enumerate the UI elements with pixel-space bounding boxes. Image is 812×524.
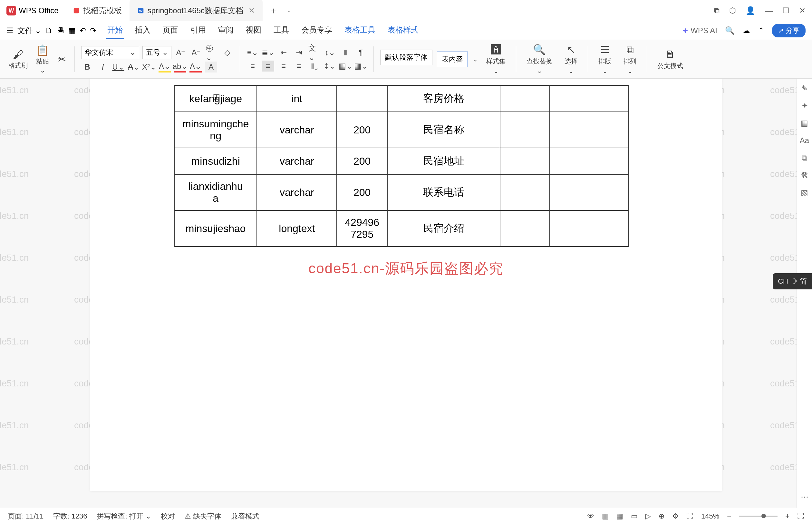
table-row[interactable]: minsudizhivarchar200民宿地址 (174, 148, 628, 174)
table-cell[interactable]: minsujieshao (174, 210, 257, 247)
db-table[interactable]: kefangjiageint客房价格minsumingche ngvarchar… (174, 85, 629, 247)
default-para-style[interactable]: 默认段落字体 (380, 50, 432, 65)
missing-fonts[interactable]: ⚠ 缺失字体 (185, 511, 221, 521)
tab-review[interactable]: 审阅 (217, 21, 235, 39)
page-indicator[interactable]: 页面: 11/11 (8, 511, 44, 521)
table-cell[interactable]: 联系电话 (387, 174, 500, 210)
table-cell[interactable]: longtext (257, 210, 337, 247)
arrange2-button[interactable]: ⧉ 排列⌄ (620, 42, 640, 77)
table-cell[interactable]: 民宿名称 (387, 112, 500, 148)
arrange-button[interactable]: ☰ 排版⌄ (595, 42, 615, 77)
table-cell[interactable]: kefangjiage (174, 85, 257, 112)
tab-document[interactable]: W springboot1465c数据库文档 ✕ (130, 0, 263, 21)
align-center-icon[interactable]: ≡ (262, 61, 274, 71)
table-cell[interactable] (500, 112, 550, 148)
decrease-indent-icon[interactable]: ⇤ (278, 47, 290, 58)
word-count[interactable]: 字数: 1236 (53, 511, 87, 521)
distribute-icon[interactable]: ⫴⌄ (308, 61, 320, 71)
eye-icon[interactable]: 👁 (587, 512, 594, 521)
table-cell[interactable]: lianxidianhu a (174, 174, 257, 210)
decrease-font-icon[interactable]: A⁻ (190, 47, 202, 58)
table-cell[interactable] (550, 210, 628, 247)
save-icon[interactable]: 🗋 (45, 26, 53, 35)
underline-button[interactable]: U⌄ (112, 62, 125, 72)
table-cell[interactable]: varchar (257, 112, 337, 148)
redo-icon[interactable]: ↷ (90, 26, 96, 35)
text-color-button[interactable]: A⌄ (189, 62, 202, 72)
proofread-status[interactable]: 校对 (161, 511, 175, 521)
grid-icon[interactable]: ▦ (801, 119, 808, 128)
bullet-list-icon[interactable]: ≡⌄ (247, 47, 259, 58)
cube-icon[interactable]: ⬡ (729, 6, 736, 15)
pencil-icon[interactable]: ✎ (801, 84, 808, 93)
highlight-button[interactable]: ab⌄ (174, 62, 186, 72)
search-icon[interactable]: 🔍 (725, 26, 735, 35)
ime-badge[interactable]: CH ☽ 简 (773, 273, 812, 290)
new-tab-button[interactable]: ＋ (263, 4, 284, 17)
share-button[interactable]: ↗ 分享 (772, 24, 806, 37)
table-cell[interactable]: 200 (337, 148, 387, 174)
tab-table-tools[interactable]: 表格工具 (343, 21, 377, 39)
aa-icon[interactable]: Aa (800, 136, 809, 145)
tab-reference[interactable]: 引用 (189, 21, 207, 39)
tab-page[interactable]: 页面 (162, 21, 180, 39)
close-window-icon[interactable]: ✕ (799, 6, 806, 15)
collapse-ribbon-icon[interactable]: ⌃ (758, 26, 764, 35)
table-cell[interactable] (550, 112, 628, 148)
window-copy-icon[interactable]: ⧉ (714, 6, 719, 15)
table-cell[interactable]: 200 (337, 112, 387, 148)
more-icon[interactable]: ⋯ (801, 492, 809, 502)
tab-member[interactable]: 会员专享 (300, 21, 333, 39)
close-icon[interactable]: ✕ (248, 6, 255, 15)
tab-view[interactable]: 视图 (245, 21, 263, 39)
table-cell[interactable]: minsudizhi (174, 148, 257, 174)
tool-icon[interactable]: 🛠 (801, 171, 809, 180)
view-web-icon[interactable]: ▦ (616, 512, 623, 521)
table-cell[interactable]: minsumingche ng (174, 112, 257, 148)
image-icon[interactable]: ▧ (801, 188, 808, 197)
increase-indent-icon[interactable]: ⇥ (293, 47, 305, 58)
view-page-icon[interactable]: ▥ (602, 512, 609, 521)
table-row[interactable]: kefangjiageint客房价格 (174, 85, 628, 112)
cloud-icon[interactable]: ☁ (742, 26, 750, 35)
table-cell[interactable] (500, 210, 550, 247)
gov-mode-button[interactable]: 🗎 公文模式 (653, 46, 687, 72)
show-marks-icon[interactable]: ¶ (355, 47, 367, 58)
table-cell[interactable] (337, 85, 387, 112)
zoom-in-icon[interactable]: + (785, 512, 790, 521)
strikethrough-button[interactable]: A̶⌄ (128, 62, 140, 72)
table-cell[interactable] (550, 85, 628, 112)
table-cell[interactable]: int (257, 85, 337, 112)
line-height-icon[interactable]: ⫴ (339, 47, 351, 58)
preview-icon[interactable]: ▦ (68, 26, 76, 35)
minimize-icon[interactable]: — (765, 6, 773, 15)
tab-start[interactable]: 开始 (106, 21, 124, 39)
spellcheck-status[interactable]: 拼写检查: 打开 ⌄ (97, 511, 151, 521)
table-content-style[interactable]: 表内容 (437, 52, 468, 67)
chevron-down-icon[interactable]: ⌄ (287, 7, 291, 14)
star-icon[interactable]: ✦ (801, 101, 808, 110)
layers2-icon[interactable]: ⧉ (802, 153, 807, 162)
tab-tools[interactable]: 工具 (272, 21, 290, 39)
table-cell[interactable]: 200 (337, 174, 387, 210)
char-shading-button[interactable]: A (205, 62, 217, 72)
table-cell[interactable] (500, 174, 550, 210)
find-replace-button[interactable]: 🔍 查找替换⌄ (523, 42, 556, 77)
settings-icon[interactable]: ⚙ (672, 512, 679, 521)
number-list-icon[interactable]: ≣⌄ (262, 47, 274, 58)
zoom-value[interactable]: 145% (701, 512, 719, 521)
fit-icon[interactable]: ⛶ (686, 512, 693, 521)
zoom-slider[interactable] (739, 515, 778, 517)
table-cell[interactable]: 民宿介绍 (387, 210, 500, 247)
text-direction-icon[interactable]: 文⌄ (308, 47, 320, 58)
select-button[interactable]: ↖ 选择⌄ (561, 42, 581, 77)
wps-ai-button[interactable]: WPS AI (682, 26, 717, 35)
borders-icon[interactable]: ▦⌄ (355, 61, 367, 71)
table-row[interactable]: minsumingche ngvarchar200民宿名称 (174, 112, 628, 148)
document-canvas[interactable]: code51.cncode51.cncode51.cncode51.cncode… (0, 79, 812, 508)
italic-button[interactable]: I (97, 62, 109, 72)
table-cell[interactable] (550, 174, 628, 210)
paste-button[interactable]: 📋 粘贴⌄ (34, 43, 51, 76)
maximize-icon[interactable]: ☐ (782, 6, 790, 15)
table-row[interactable]: lianxidianhu avarchar200联系电话 (174, 174, 628, 210)
